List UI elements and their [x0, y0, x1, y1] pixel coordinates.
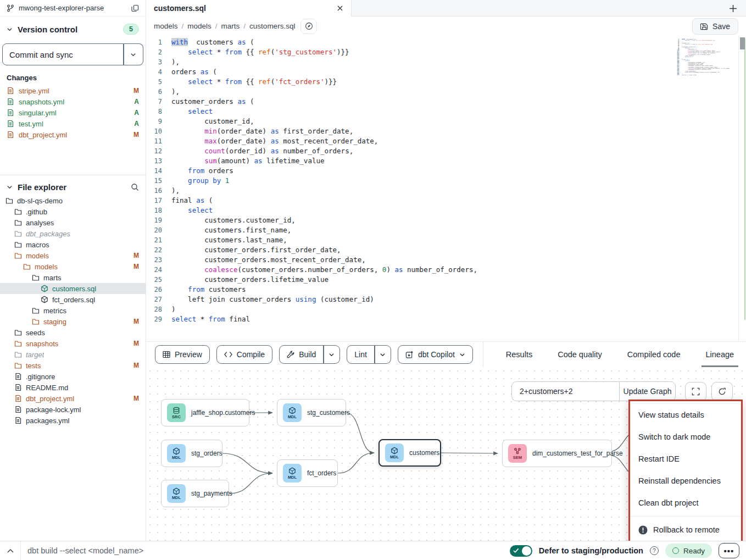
compile-button[interactable]: Compile — [216, 345, 272, 364]
update-graph-button[interactable]: Update Graph — [619, 381, 676, 401]
scrollbar-thumb[interactable] — [740, 37, 745, 49]
change-file-name: snapshots.yml — [19, 98, 130, 106]
change-row[interactable]: singular.ymlA — [0, 107, 146, 118]
file-icon — [14, 406, 22, 413]
dbt-copilot-button[interactable]: dbt Copilot — [398, 345, 473, 364]
folder-icon — [5, 197, 13, 204]
code-line: 11 max(order_date) as most_recent_order_… — [146, 136, 746, 146]
line-number: 1 — [146, 37, 171, 47]
commit-and-sync-button[interactable]: Commit and sync — [2, 43, 124, 65]
lineage-panel[interactable]: SRCjaffle_shop.customersMDLstg_customers… — [146, 367, 746, 541]
tree-item-customers-sql[interactable]: customers.sql — [0, 283, 146, 294]
copy-icon[interactable] — [131, 4, 139, 12]
menu-item-rollback-to-remote[interactable]: Rollback to remote — [630, 519, 741, 541]
tab-customers-sql[interactable]: customers.sql — [146, 0, 352, 16]
tree-item-marts[interactable]: marts — [0, 272, 146, 283]
code-line: 9 customer_id, — [146, 117, 746, 126]
file-icon — [7, 120, 14, 127]
change-row[interactable]: snapshots.ymlA — [0, 96, 146, 107]
lineage-node-jaffle-shop-customers[interactable]: SRCjaffle_shop.customers — [161, 399, 249, 426]
tree-item-models[interactable]: modelsM — [0, 261, 146, 272]
change-row[interactable]: test.ymlA — [0, 118, 146, 129]
line-number: 29 — [146, 314, 171, 324]
tree-item-packages-yml[interactable]: packages.yml — [0, 415, 146, 426]
line-number: 26 — [146, 285, 171, 295]
command-input[interactable]: dbt build --select <model_name> — [21, 546, 510, 555]
lineage-node-stg-payments[interactable]: MDLstg_payments — [161, 480, 229, 507]
tab-lineage[interactable]: Lineage — [703, 342, 737, 367]
menu-item-clean-dbt-project[interactable]: Clean dbt project — [630, 492, 741, 514]
preview-button[interactable]: Preview — [155, 345, 210, 364]
menu-item-switch-to-dark-mode[interactable]: Switch to dark mode — [630, 426, 741, 448]
tree-item-readme-md[interactable]: README.md — [0, 382, 146, 393]
explore-lineage-button[interactable] — [300, 19, 317, 34]
new-tab-button[interactable] — [726, 2, 739, 15]
status-badge[interactable]: Ready — [665, 544, 712, 558]
menu-divider — [630, 516, 741, 517]
tree-item-metrics[interactable]: metrics — [0, 305, 146, 316]
file-icon — [7, 98, 14, 106]
model-icon — [41, 296, 48, 303]
build-options-caret[interactable] — [324, 345, 340, 364]
tree-item-snapshots[interactable]: snapshotsM — [0, 338, 146, 349]
fullscreen-button[interactable] — [685, 382, 706, 401]
lineage-node-dim-customers-test-for-parse[interactable]: SEMdim_customers_test_for_parse — [502, 440, 612, 467]
tree-item--gitignore[interactable]: .gitignore — [0, 371, 146, 382]
editor-minimap[interactable]: 1with customers as (2 select * from {{ r… — [675, 38, 730, 82]
search-icon[interactable] — [131, 183, 139, 191]
commit-options-caret[interactable] — [124, 43, 143, 65]
tree-item--github[interactable]: .github — [0, 206, 146, 217]
tab-code-quality[interactable]: Code quality — [555, 342, 605, 367]
tree-item-dbt-packages[interactable]: dbt_packages — [0, 228, 146, 239]
menu-item-restart-ide[interactable]: Restart IDE — [630, 448, 741, 470]
line-number: 16 — [146, 186, 171, 196]
tree-item-label: package-lock.yml — [26, 406, 81, 414]
breadcrumb: models/models/marts/customers.sql — [154, 22, 295, 30]
tree-item-target[interactable]: target — [0, 349, 146, 360]
expand-command-bar-button[interactable] — [0, 541, 21, 560]
code-editor[interactable]: 1with customers as (2 select * from {{ r… — [146, 36, 746, 342]
file-icon — [14, 417, 22, 424]
editor-scrollbar[interactable] — [738, 36, 746, 341]
tab-results[interactable]: Results — [503, 342, 535, 367]
tree-item-db-sl-qs-demo[interactable]: db-sl-qs-demo — [0, 195, 146, 206]
tree-item-macros[interactable]: macros — [0, 239, 146, 250]
help-icon[interactable]: ? — [650, 546, 659, 555]
menu-item-reinstall-dependencies[interactable]: Reinstall dependencies — [630, 470, 741, 492]
lint-button[interactable]: Lint — [347, 345, 375, 364]
tree-item-dbt-project-yml[interactable]: dbt_project.ymlM — [0, 393, 146, 404]
tree-item-fct-orders-sql[interactable]: fct_orders.sql — [0, 294, 146, 305]
build-button[interactable]: Build — [279, 345, 324, 364]
code-line: 5 select * from {{ ref('fct_orders')}} — [146, 77, 746, 87]
tree-item-seeds[interactable]: seeds — [0, 327, 146, 338]
refresh-button[interactable] — [711, 382, 733, 401]
tree-item-models[interactable]: modelsM — [0, 250, 146, 261]
code-line: 20 customers.first_name, — [146, 225, 746, 235]
more-options-button[interactable]: ••• — [719, 543, 739, 558]
save-button[interactable]: Save — [692, 18, 738, 35]
tree-item-analyses[interactable]: analyses — [0, 217, 146, 228]
tree-item-package-lock-yml[interactable]: package-lock.yml — [0, 404, 146, 415]
chevron-down-icon[interactable] — [7, 184, 13, 190]
lineage-node-customers[interactable]: MDLcustomers — [378, 439, 441, 467]
model-icon — [288, 407, 296, 414]
menu-item-label: Switch to dark mode — [638, 433, 710, 441]
change-row[interactable]: dbt_project.ymlM — [0, 129, 146, 140]
lineage-node-fct-orders[interactable]: MDLfct_orders — [277, 459, 338, 487]
lint-options-caret[interactable] — [375, 345, 391, 364]
line-number: 13 — [146, 156, 171, 166]
lineage-node-stg-orders[interactable]: MDLstg_orders — [161, 440, 222, 467]
lineage-selector-input[interactable]: 2+customers+2 — [511, 381, 619, 401]
line-number: 3 — [146, 57, 171, 67]
close-icon[interactable] — [337, 5, 343, 12]
result-tabs: ResultsCode qualityCompiled codeLineage — [503, 342, 737, 367]
lineage-node-stg-customers[interactable]: MDLstg_customers — [277, 399, 346, 426]
tree-item-tests[interactable]: testsM — [0, 360, 146, 371]
change-row[interactable]: stripe.ymlM — [0, 85, 146, 96]
chevron-down-icon[interactable] — [7, 26, 13, 32]
defer-toggle[interactable] — [510, 545, 532, 557]
tree-item-staging[interactable]: stagingM — [0, 316, 146, 327]
tab-compiled-code[interactable]: Compiled code — [625, 342, 683, 367]
menu-item-label: Restart IDE — [638, 454, 680, 463]
menu-item-view-status-details[interactable]: View status details — [630, 404, 741, 426]
